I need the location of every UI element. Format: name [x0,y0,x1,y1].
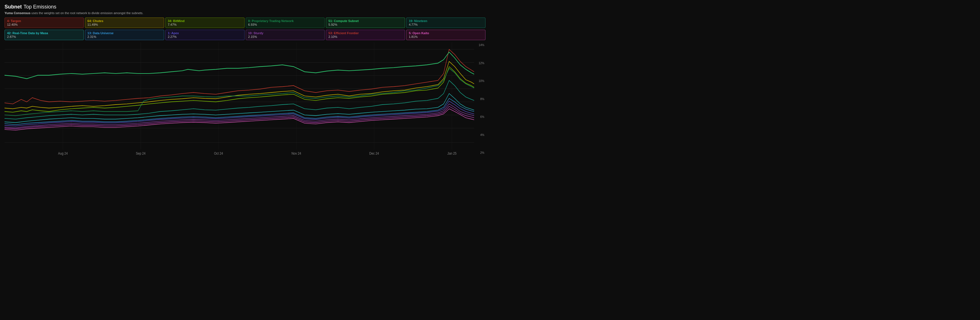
title-subnet: Subnet [5,4,22,10]
legend-row1: 4: Targon 12.40% 64: Chutes 11.49% 34: B… [5,17,485,28]
y-label-8: 8% [474,98,485,101]
svg-text:Jan 25: Jan 25 [447,152,457,156]
legend-name-34: 34: BitMind [168,19,242,23]
legend-pct-53: 2.10% [328,35,402,38]
svg-text:Aug 24: Aug 24 [58,152,68,156]
subtitle-text: uses the weights set on the root network… [30,11,143,15]
legend-item-10[interactable]: 10: Sturdy 2.15% [246,30,325,40]
y-label-10: 10% [474,79,485,82]
y-label-14: 14% [474,44,485,47]
legend-item-5[interactable]: 5: Open Kaito 1.81% [406,30,485,40]
legend-pct-51: 5.92% [328,23,402,26]
legend-name-19: 19: Nineteen [409,19,483,23]
header: Subnet Top Emissions Yuma Consensus uses… [5,4,485,15]
y-label-12: 12% [474,62,485,65]
legend-pct-8: 6.93% [248,23,323,26]
legend-name-13: 13: Data Universe [88,32,162,35]
legend-pct-4: 12.40% [7,23,81,26]
subtitle-bold: Yuma Consensus [5,11,30,15]
y-axis: 14% 12% 10% 8% 6% 4% 2% [474,43,485,160]
chart-area: Aug 24 Sep 24 Oct 24 Nov 24 Dec 24 Jan 2… [5,43,485,160]
legend-pct-19: 4.77% [409,23,483,26]
legend-name-4: 4: Targon [7,19,81,23]
legend-name-8: 8: Proprietary Trading Network [248,19,323,23]
legend-item-4[interactable]: 4: Targon 12.40% [5,17,84,28]
legend-item-8[interactable]: 8: Proprietary Trading Network 6.93% [246,17,325,28]
legend-item-34[interactable]: 34: BitMind 7.47% [165,17,245,28]
legend-item-53[interactable]: 53: Efficient Frontier 2.10% [326,30,405,40]
legend-name-51: 51: Compute Subnet [328,19,402,23]
legend-item-13[interactable]: 13: Data Universe 2.31% [85,30,164,40]
legend-item-1[interactable]: 1: Apex 2.27% [165,30,245,40]
legend-pct-42: 2.87% [7,35,81,38]
chart-container: Aug 24 Sep 24 Oct 24 Nov 24 Dec 24 Jan 2… [5,43,474,160]
page: Subnet Top Emissions Yuma Consensus uses… [0,0,490,160]
legend-pct-64: 11.49% [88,23,162,26]
legend-item-51[interactable]: 51: Compute Subnet 5.92% [326,17,405,28]
svg-text:Oct 24: Oct 24 [214,152,223,156]
legend-name-10: 10: Sturdy [248,32,323,35]
legend-item-42[interactable]: 42: Real-Time Data by Masa 2.87% [5,30,84,40]
legend-name-42: 42: Real-Time Data by Masa [7,32,81,35]
legend-item-19[interactable]: 19: Nineteen 4.77% [406,17,485,28]
y-label-2: 2% [474,151,485,154]
y-label-6: 6% [474,115,485,119]
legend-pct-5: 1.81% [409,35,483,38]
svg-text:Sep 24: Sep 24 [136,152,145,156]
title-rest: Top Emissions [24,4,56,10]
legend-name-5: 5: Open Kaito [409,32,483,35]
legend-pct-34: 7.47% [168,23,242,26]
y-label-4: 4% [474,133,485,136]
legend-name-1: 1: Apex [168,32,242,35]
legend-name-64: 64: Chutes [88,19,162,23]
legend-pct-13: 2.31% [88,35,162,38]
legend-item-64[interactable]: 64: Chutes 11.49% [85,17,164,28]
chart-svg: Aug 24 Sep 24 Oct 24 Nov 24 Dec 24 Jan 2… [5,43,474,160]
legend-pct-10: 2.15% [248,35,323,38]
svg-text:Nov 24: Nov 24 [291,152,301,156]
subtitle: Yuma Consensus uses the weights set on t… [5,11,485,15]
title-row: Subnet Top Emissions [5,4,485,10]
legend-row2: 42: Real-Time Data by Masa 2.87% 13: Dat… [5,30,485,40]
legend-pct-1: 2.27% [168,35,242,38]
svg-text:Dec 24: Dec 24 [369,152,379,156]
legend-name-53: 53: Efficient Frontier [328,32,402,35]
